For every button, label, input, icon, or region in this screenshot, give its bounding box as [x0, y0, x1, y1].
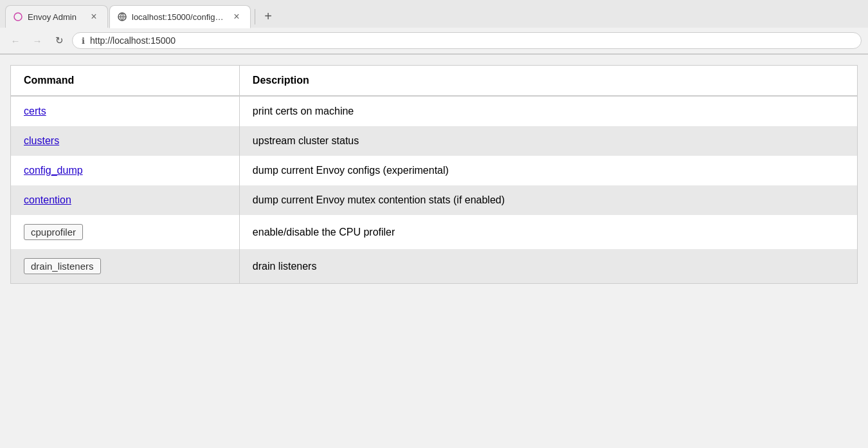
command-link-contention[interactable]: contention	[24, 194, 71, 205]
table-cell-description: dump current Envoy configs (experimental…	[239, 156, 857, 185]
command-link-config_dump[interactable]: config_dump	[24, 165, 83, 176]
table-cell-command: config_dump	[11, 156, 239, 185]
commands-table: Command Description certsprint certs on …	[11, 66, 857, 283]
address-bar[interactable]: ℹ http://localhost:15000	[72, 32, 862, 49]
table-cell-description: enable/disable the CPU profiler	[239, 215, 857, 249]
tab-icon-envoy	[14, 12, 23, 21]
browser-chrome: Envoy Admin × localhost:15000/config_dum…	[0, 0, 868, 55]
table-cell-command: drain_listeners	[11, 249, 239, 283]
info-icon: ℹ	[82, 36, 85, 46]
tab-label-localhost: localhost:15000/config_dum	[132, 12, 226, 22]
page-content: Command Description certsprint certs on …	[10, 65, 858, 284]
table-cell-command: certs	[11, 96, 239, 126]
tab-bar: Envoy Admin × localhost:15000/config_dum…	[0, 0, 868, 28]
table-row: cpuprofilerenable/disable the CPU profil…	[11, 215, 857, 249]
refresh-button[interactable]: ↻	[50, 32, 68, 50]
command-link-clusters[interactable]: clusters	[24, 135, 59, 146]
table-cell-description: drain listeners	[239, 249, 857, 283]
table-row: drain_listenersdrain listeners	[11, 249, 857, 283]
back-button[interactable]: ←	[6, 32, 24, 50]
table-row: config_dumpdump current Envoy configs (e…	[11, 156, 857, 185]
tab-separator	[255, 9, 255, 24]
table-cell-description: dump current Envoy mutex contention stat…	[239, 185, 857, 215]
table-row: clustersupstream cluster status	[11, 126, 857, 156]
table-header-row: Command Description	[11, 66, 857, 96]
tab-localhost[interactable]: localhost:15000/config_dum ×	[109, 5, 251, 28]
svg-point-0	[14, 13, 22, 21]
table-cell-command: clusters	[11, 126, 239, 156]
table-row: certsprint certs on machine	[11, 96, 857, 126]
tab-label-envoy: Envoy Admin	[28, 12, 83, 22]
table-cell-command: contention	[11, 185, 239, 215]
command-link-certs[interactable]: certs	[24, 106, 46, 117]
table-cell-description: upstream cluster status	[239, 126, 857, 156]
tab-close-envoy[interactable]: ×	[88, 11, 100, 23]
address-text: http://localhost:15000	[90, 35, 176, 46]
nav-bar: ← → ↻ ℹ http://localhost:15000	[0, 28, 868, 54]
command-button-cpuprofiler[interactable]: cpuprofiler	[24, 224, 83, 240]
forward-button[interactable]: →	[28, 32, 46, 50]
tab-envoy-admin[interactable]: Envoy Admin ×	[5, 5, 108, 28]
header-description: Description	[239, 66, 857, 96]
table-row: contentiondump current Envoy mutex conte…	[11, 185, 857, 215]
tab-close-localhost[interactable]: ×	[231, 11, 242, 23]
table-cell-description: print certs on machine	[239, 96, 857, 126]
table-cell-command: cpuprofiler	[11, 215, 239, 249]
header-command: Command	[11, 66, 239, 96]
command-button-drain_listeners[interactable]: drain_listeners	[24, 258, 101, 274]
tab-icon-localhost	[118, 12, 127, 21]
new-tab-button[interactable]: +	[259, 7, 277, 25]
